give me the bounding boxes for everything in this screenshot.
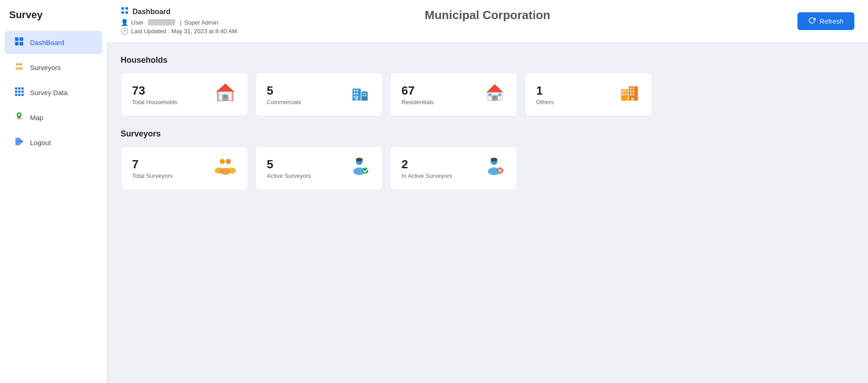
residentials-icon (483, 81, 506, 108)
svg-rect-1 (20, 37, 23, 41)
logout-icon (14, 136, 25, 149)
main-content: Dashboard 👤 User | Super Admin 🕐 Last Up… (107, 0, 868, 383)
svg-rect-52 (622, 91, 624, 92)
last-updated: 🕐 Last Updated : May 31, 2023 at 8:40 AM (121, 27, 237, 35)
svg-rect-15 (18, 94, 20, 96)
username-blurred (148, 19, 175, 25)
total-households-card: 73 Total Households (121, 72, 248, 116)
active-surveyors-text: 5 Active Surveyors (267, 157, 311, 179)
refresh-button[interactable]: Refresh (797, 12, 854, 30)
residentials-label: Residentials (401, 99, 434, 106)
inactive-surveyors-card: 2 In Active Surveyors (390, 146, 518, 190)
svg-rect-19 (122, 7, 124, 10)
inactive-surveyors-number: 2 (401, 157, 452, 171)
inactive-surveyors-text: 2 In Active Surveyors (401, 157, 452, 179)
sidebar-item-surveyors-label: Surveyors (30, 64, 61, 71)
sidebar-item-map[interactable]: Map (5, 106, 102, 129)
svg-rect-13 (21, 91, 24, 93)
svg-marker-28 (218, 85, 233, 91)
svg-rect-0 (15, 37, 19, 41)
active-surveyors-number: 5 (267, 157, 311, 171)
svg-rect-49 (498, 94, 502, 96)
svg-rect-53 (622, 94, 624, 96)
svg-rect-37 (354, 96, 355, 98)
surveyors-icon (14, 61, 25, 74)
svg-point-63 (220, 159, 225, 164)
sidebar-item-survey-data[interactable]: Survey Data (5, 81, 102, 104)
svg-rect-9 (18, 87, 20, 90)
total-households-number: 73 (132, 84, 178, 98)
page-title: Dashboard (132, 8, 171, 16)
sidebar-item-survey-data-label: Survey Data (30, 89, 68, 96)
residentials-text: 67 Residentials (401, 84, 434, 106)
commercials-text: 5 Commercials (267, 84, 301, 106)
svg-rect-56 (630, 87, 632, 89)
header-left: Dashboard 👤 User | Super Admin 🕐 Last Up… (121, 6, 237, 36)
sidebar-item-logout-label: Logout (30, 139, 51, 146)
svg-rect-40 (365, 93, 366, 94)
svg-rect-57 (633, 87, 635, 89)
svg-rect-43 (355, 98, 358, 101)
sidebar-item-map-label: Map (30, 114, 43, 121)
user-icon: 👤 (121, 19, 128, 26)
svg-rect-42 (365, 95, 366, 96)
households-cards: 73 Total Households (121, 72, 854, 116)
svg-rect-35 (354, 93, 355, 95)
total-surveyors-number: 7 (132, 157, 173, 171)
total-surveyors-icon (214, 155, 237, 181)
svg-rect-10 (21, 87, 24, 90)
inactive-surveyors-icon (483, 155, 506, 181)
page-breadcrumb: Dashboard (121, 6, 237, 17)
dashboard-icon (14, 36, 25, 49)
svg-rect-47 (494, 96, 496, 99)
sidebar-item-logout[interactable]: Logout (5, 131, 102, 154)
svg-rect-3 (20, 42, 23, 45)
sidebar: Survey DashBoard Surveyors (0, 0, 107, 383)
svg-point-70 (356, 158, 363, 161)
sidebar-item-surveyors[interactable]: Surveyors (5, 56, 102, 79)
svg-rect-39 (363, 93, 364, 94)
refresh-icon (808, 17, 816, 25)
svg-rect-2 (15, 42, 19, 45)
svg-rect-62 (631, 98, 634, 101)
svg-rect-34 (356, 90, 358, 91)
sidebar-item-dashboard[interactable]: DashBoard (5, 31, 102, 54)
residentials-card: 67 Residentials (390, 72, 518, 116)
svg-point-7 (19, 67, 23, 70)
svg-rect-36 (356, 93, 358, 95)
others-card: 1 Others (525, 72, 652, 116)
active-surveyors-card: 5 Active Surveyors (255, 146, 383, 190)
svg-marker-45 (487, 84, 503, 92)
svg-rect-12 (18, 91, 20, 93)
others-text: 1 Others (536, 84, 554, 106)
svg-rect-16 (21, 94, 24, 96)
app-title: Survey (0, 9, 107, 30)
others-number: 1 (536, 84, 554, 98)
svg-rect-14 (15, 94, 17, 96)
svg-rect-11 (15, 91, 17, 93)
dashboard-header-icon (121, 6, 129, 17)
svg-rect-33 (354, 90, 355, 91)
last-updated-text: Last Updated : May 31, 2023 at 8:40 AM (131, 28, 237, 35)
surveyors-section-title: Surveyors (121, 129, 854, 139)
svg-rect-38 (356, 96, 358, 98)
commercials-number: 5 (267, 84, 301, 98)
svg-point-67 (227, 167, 236, 173)
commercials-label: Commercials (267, 99, 301, 106)
svg-rect-60 (630, 94, 632, 96)
user-label: User (131, 19, 143, 26)
inactive-surveyors-label: In Active Surveyors (401, 172, 452, 179)
svg-rect-61 (633, 94, 635, 96)
dashboard-content: Households 73 Total Households (107, 43, 868, 383)
svg-point-17 (18, 114, 20, 116)
commercials-card: 5 Commercials (255, 72, 383, 116)
svg-rect-54 (624, 91, 626, 92)
total-households-label: Total Households (132, 99, 178, 106)
svg-rect-30 (224, 95, 227, 98)
svg-rect-59 (633, 91, 635, 92)
households-section-title: Households (121, 55, 854, 65)
residentials-number: 67 (401, 84, 434, 98)
active-surveyors-icon (349, 155, 371, 181)
svg-rect-22 (126, 11, 128, 14)
svg-point-74 (491, 158, 497, 161)
